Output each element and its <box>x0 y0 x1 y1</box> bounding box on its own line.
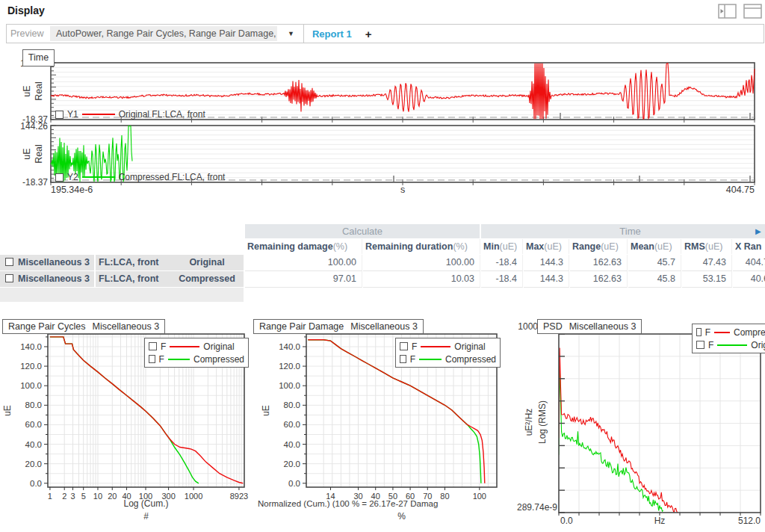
legend-checkbox[interactable] <box>55 111 64 119</box>
row-name[interactable]: Miscellaneous 3 <box>0 271 96 288</box>
y-tick-label: 140.0 <box>20 342 42 351</box>
y-tick-label: 40.0 <box>25 440 42 449</box>
column-header[interactable]: Range(uE) <box>570 239 628 254</box>
preview-label: Preview <box>10 28 50 39</box>
chart-legend: FCompressedFOriginal <box>692 324 765 353</box>
time-plot1-legend: Y1 Original FL:LCA, front <box>55 109 205 120</box>
cell-value: 100.00 <box>245 255 362 271</box>
legend-entry: FCompressed <box>149 353 244 365</box>
legend-entry: FCompressed <box>696 326 765 338</box>
column-header[interactable]: Mean(uE) <box>628 239 681 254</box>
cell-value: 53.15 <box>682 271 732 288</box>
y-axis-label: Real <box>34 81 44 101</box>
cell-value: 10.03 <box>363 271 480 288</box>
dropdown-caret-icon[interactable]: ▼ <box>288 30 294 37</box>
column-header[interactable]: Min(uE) <box>481 239 523 254</box>
cell-value: 100.00 <box>363 255 480 271</box>
time-tab[interactable]: Time <box>22 49 55 66</box>
row-version: Original <box>170 255 245 271</box>
y-tick-label: 100.0 <box>20 381 42 390</box>
legend-checkbox[interactable] <box>696 341 704 349</box>
legend-entry: FOriginal <box>149 340 244 353</box>
x-axis-title: Log (Cum.) <box>123 498 168 509</box>
x-axis-unit: % <box>397 511 406 522</box>
legend-line <box>170 346 199 347</box>
legend-checkbox[interactable] <box>149 355 155 363</box>
x-tick-label: 80 <box>440 492 449 501</box>
y-max-label: 1000 <box>518 321 538 332</box>
x-tick-label: 2 <box>62 492 66 501</box>
y-max-label: 144.26 <box>20 121 48 132</box>
tab-report-1[interactable]: Report 1 <box>312 28 352 40</box>
legend-label: Original FL:LCA, front <box>119 109 205 120</box>
row-name[interactable]: Miscellaneous 3 <box>0 255 96 271</box>
row-channel: FL:LCA, front <box>96 271 173 288</box>
y-axis-title: uE <box>261 405 271 416</box>
y-tick-label: 100.0 <box>279 381 300 390</box>
table-scroll-right-arrow[interactable]: ▶ <box>755 227 761 235</box>
preview-toolbar: Preview AutoPower, Range Pair Cycles, Ra… <box>6 24 764 43</box>
column-header[interactable]: Max(uE) <box>524 239 569 254</box>
cell-value: 144.3 <box>524 255 569 271</box>
preview-dropdown[interactable]: AutoPower, Range Pair Cycles, Range Pair… <box>50 26 277 41</box>
legend-checkbox[interactable] <box>55 173 64 182</box>
add-report-button[interactable]: + <box>365 28 372 40</box>
legend-checkbox[interactable] <box>400 355 406 363</box>
x-tick-label: 1 <box>48 492 52 501</box>
y-tick-label: 80.0 <box>284 400 300 409</box>
legend-line <box>717 344 747 346</box>
y-tick-label: 120.0 <box>279 362 300 371</box>
y-tick-label: 140.0 <box>279 342 300 351</box>
column-header[interactable]: X Ran <box>733 239 765 254</box>
legend-entry: FOriginal <box>696 338 765 351</box>
cell-value: -18.4 <box>481 271 523 288</box>
x-start-label: 0.0 <box>560 516 573 526</box>
legend-line <box>421 346 450 347</box>
cell-value: 47.43 <box>682 255 732 271</box>
legend-label: Compressed FL:LCA, front <box>119 172 226 182</box>
x-tick-label: 10 <box>93 492 102 501</box>
x-tick-label: 1000 <box>185 492 202 501</box>
column-header[interactable]: Remaining duration(%) <box>363 239 480 254</box>
table-footer-spacer <box>0 288 244 302</box>
legend-line <box>714 332 730 333</box>
column-header[interactable]: Remaining damage(%) <box>245 239 362 254</box>
legend-entry: FOriginal <box>400 340 496 353</box>
cell-value: 162.63 <box>570 271 628 288</box>
legend-entry: FCompressed <box>400 353 496 365</box>
page-title: Display <box>7 4 45 16</box>
y-tick-label: 20.0 <box>284 460 300 468</box>
dock-panel-icon[interactable] <box>718 3 737 19</box>
cell-value: 45.7 <box>628 255 681 271</box>
app-window: Display Preview AutoPower, Range Pair Cy… <box>0 0 765 532</box>
cell-value: 45.8 <box>628 271 681 288</box>
y-scale-label: Log (RMS) <box>537 400 548 444</box>
chart-title-psd: PSDMiscellaneous 3 <box>537 319 642 334</box>
table-group-calculate: Calculate <box>245 224 480 238</box>
chart-legend: FOriginalFCompressed <box>144 338 249 368</box>
x-start-label: 195.34e-6 <box>51 185 93 195</box>
cell-value: 144.3 <box>524 271 569 288</box>
legend-checkbox[interactable] <box>149 342 157 350</box>
table-group-time: Time <box>481 224 765 238</box>
y-min-label: -18.37 <box>22 177 48 188</box>
chart-legend: FOriginalFCompressed <box>395 338 501 368</box>
column-header[interactable]: RMS(uE) <box>682 239 732 254</box>
y-tick-label: 80.0 <box>25 400 42 409</box>
y-axis-title: uE <box>2 405 13 416</box>
cell-value: 40.60 <box>733 271 765 288</box>
y-tick-label: 0.0 <box>288 479 300 488</box>
y-unit-label: uE <box>22 148 32 159</box>
row-checkbox[interactable] <box>5 258 13 266</box>
y-tick-label: 0.0 <box>30 479 42 488</box>
row-checkbox[interactable] <box>5 274 13 282</box>
x-unit-label: s <box>400 185 405 195</box>
y-unit-label: uE <box>22 85 32 96</box>
legend-checkbox[interactable] <box>400 342 408 350</box>
legend-checkbox[interactable] <box>696 328 701 336</box>
row-channel: FL:LCA, front <box>96 255 173 271</box>
legend-line <box>419 359 442 360</box>
window-layout-icon[interactable] <box>743 3 763 19</box>
y-tick-label: 40.0 <box>284 440 300 449</box>
legend-id: Y2 <box>67 172 78 182</box>
